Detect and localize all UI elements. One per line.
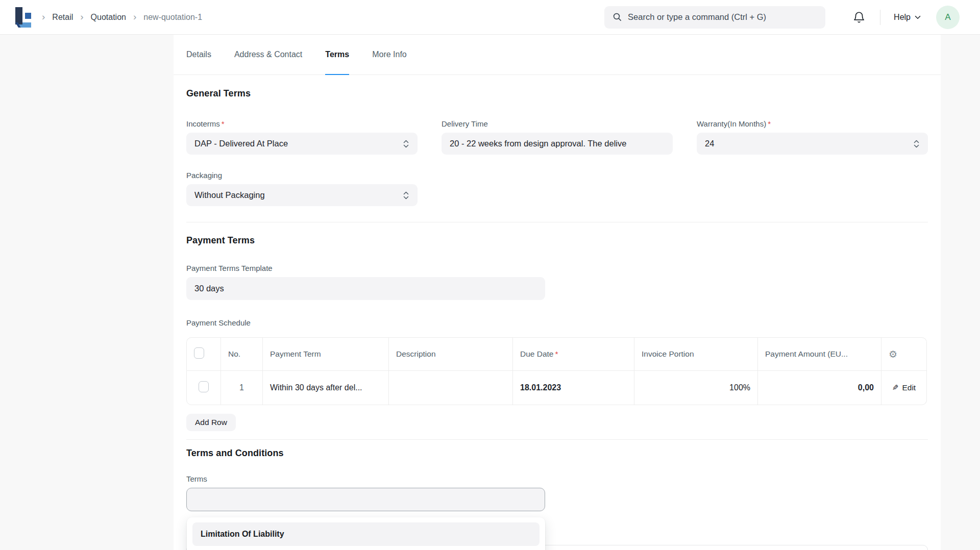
section-payment-terms: Payment Terms Payment Terms Template 30 …	[186, 222, 928, 440]
tab-more-info[interactable]: More Info	[372, 35, 407, 74]
payment-terms-template-value: 30 days	[194, 284, 537, 293]
field-label: Terms	[186, 474, 207, 483]
navbar-divider	[880, 10, 880, 25]
warranty-select[interactable]: 24	[697, 133, 928, 155]
col-header-payment-term: Payment Term	[263, 337, 389, 370]
col-header-invoice-portion: Invoice Portion	[634, 337, 758, 370]
payment-terms-template-input[interactable]: 30 days	[186, 277, 545, 300]
section-general-terms: General Terms Incoterms* DAP - Delivered…	[186, 75, 928, 222]
section-title: Payment Terms	[186, 235, 928, 246]
breadcrumb: › Retail › Quotation › new-quotation-1	[42, 12, 202, 22]
incoterms-value: DAP - Delivered At Place	[194, 139, 398, 148]
select-all-checkbox[interactable]	[194, 347, 204, 359]
user-avatar[interactable]: A	[936, 6, 960, 29]
warranty-value: 24	[705, 139, 908, 148]
section-title: Terms and Conditions	[186, 448, 928, 459]
col-header-description: Description	[389, 337, 513, 370]
breadcrumb-item-current: new-quotation-1	[143, 13, 202, 22]
cell-description[interactable]	[389, 370, 513, 405]
breadcrumb-chevron-icon: ›	[133, 12, 136, 21]
help-label: Help	[894, 13, 911, 22]
form-tabs: Details Address & Contact Terms More Inf…	[174, 35, 941, 75]
search-input[interactable]	[628, 12, 817, 22]
field-label: Packaging	[186, 171, 222, 180]
field-label: Delivery Time	[442, 119, 488, 128]
form-panel: Details Address & Contact Terms More Inf…	[174, 35, 941, 550]
breadcrumb-item-retail[interactable]: Retail	[52, 13, 73, 22]
select-chevron-icon	[403, 191, 409, 199]
payment-schedule-table: No. Payment Term Description Due Date* I…	[186, 337, 927, 405]
breadcrumb-chevron-icon: ›	[42, 12, 45, 21]
delivery-time-input[interactable]: 20 - 22 weeks from design approval. The …	[442, 133, 673, 155]
page-background: Details Address & Contact Terms More Inf…	[0, 35, 980, 550]
dropdown-item-limitation-of-liability[interactable]: Limitation Of Liability	[192, 522, 540, 546]
col-header-due-date: Due Date*	[513, 337, 634, 370]
section-terms-and-conditions: Terms and Conditions Terms Limitation Of…	[186, 440, 928, 550]
field-label: Payment Terms Template	[186, 264, 273, 272]
terms-link-input[interactable]	[186, 488, 545, 511]
field-packaging: Packaging Without Packaging	[186, 171, 418, 206]
tab-terms[interactable]: Terms	[325, 35, 349, 74]
cell-no[interactable]: 1	[221, 370, 263, 405]
search-icon	[612, 12, 622, 22]
edit-pencil-icon: ✎	[892, 383, 899, 392]
notifications-bell-icon[interactable]	[852, 11, 866, 24]
row-edit-button[interactable]: ✎ Edit	[892, 383, 916, 392]
col-header-no: No.	[221, 337, 263, 370]
cell-due-date[interactable]: 18.01.2023	[513, 370, 634, 405]
col-header-payment-amount: Payment Amount (EU...	[758, 337, 881, 370]
field-label: Warranty(In Months)	[697, 119, 766, 128]
row-checkbox[interactable]	[199, 381, 209, 392]
global-search[interactable]	[604, 6, 825, 29]
navbar: › Retail › Quotation › new-quotation-1 H…	[0, 0, 980, 35]
field-label: Incoterms	[186, 119, 220, 128]
packaging-value: Without Packaging	[194, 190, 398, 200]
field-delivery-time: Delivery Time 20 - 22 weeks from design …	[442, 119, 673, 155]
breadcrumb-item-quotation[interactable]: Quotation	[91, 13, 126, 22]
field-incoterms: Incoterms* DAP - Delivered At Place	[186, 119, 418, 155]
select-chevron-icon	[403, 140, 409, 148]
required-asterisk: *	[222, 119, 225, 128]
delivery-time-value: 20 - 22 weeks from design approval. The …	[450, 139, 665, 148]
breadcrumb-chevron-icon: ›	[80, 12, 83, 21]
required-asterisk: *	[768, 119, 771, 128]
field-warranty: Warranty(In Months)* 24	[697, 119, 928, 155]
add-row-button[interactable]: Add Row	[186, 414, 236, 431]
edit-label: Edit	[902, 383, 916, 392]
tab-address-contact[interactable]: Address & Contact	[234, 35, 302, 74]
table-header-row: No. Payment Term Description Due Date* I…	[186, 337, 927, 370]
field-terms: Terms Limitation Of Liability	[186, 474, 928, 511]
table-row: 1 Within 30 days after del... 18.01.2023…	[186, 370, 927, 405]
required-asterisk: *	[555, 349, 558, 358]
cell-payment-term[interactable]: Within 30 days after del...	[263, 370, 389, 405]
terms-dropdown: Limitation Of Liability	[187, 517, 545, 550]
gear-icon[interactable]: ⚙	[889, 349, 897, 360]
avatar-letter: A	[945, 12, 950, 22]
select-chevron-icon	[913, 140, 920, 148]
field-payment-terms-template: Payment Terms Template 30 days	[186, 264, 545, 300]
cell-invoice-portion[interactable]: 100%	[634, 370, 758, 405]
payment-schedule-label: Payment Schedule	[186, 318, 928, 327]
app-logo-icon[interactable]	[14, 6, 32, 29]
chevron-down-icon	[915, 15, 921, 19]
section-title: General Terms	[186, 88, 928, 99]
cell-payment-amount[interactable]: 0,00	[758, 370, 881, 405]
packaging-select[interactable]: Without Packaging	[186, 184, 418, 206]
tab-details[interactable]: Details	[186, 35, 211, 74]
help-menu[interactable]: Help	[894, 13, 921, 22]
incoterms-select[interactable]: DAP - Delivered At Place	[186, 133, 418, 155]
